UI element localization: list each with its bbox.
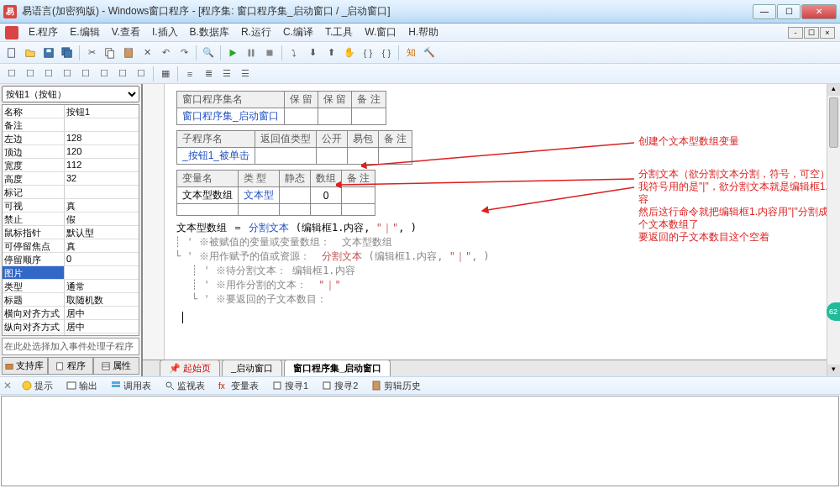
prop-row[interactable]: 鼠标指针默认型 (3, 226, 139, 239)
outtab-vars[interactable]: fx变量表 (215, 378, 262, 394)
prop-row[interactable]: 纵向对齐方式居中 (3, 320, 139, 333)
align3-icon[interactable]: ☰ (218, 66, 235, 82)
breakpoint-icon[interactable]: ✋ (341, 45, 358, 61)
prop-row[interactable]: 顶边120 (3, 145, 139, 159)
minimize-button[interactable]: — (753, 4, 776, 19)
output-panel[interactable] (1, 396, 839, 486)
object-selector[interactable]: 按钮1（按钮） (2, 86, 139, 102)
stepover-icon[interactable]: ⤵ (286, 45, 302, 61)
svg-rect-0 (8, 48, 15, 57)
prop-row[interactable]: 类型通常 (3, 280, 139, 293)
outtab-callstack[interactable]: 调用表 (108, 378, 155, 394)
doctab-start[interactable]: 📌 起始页 (160, 360, 220, 376)
svg-rect-12 (6, 365, 13, 370)
mdi-minimize-button[interactable]: - (788, 27, 803, 39)
outtab-search1[interactable]: 搜寻1 (269, 378, 312, 394)
property-grid[interactable]: 名称按钮1备注左边128顶边120宽度112高度32标记可视真禁止假鼠标指针默认… (2, 104, 139, 336)
prop-row[interactable]: 横向对齐方式居中 (3, 307, 139, 320)
braces-icon[interactable]: { } (360, 45, 376, 61)
new-icon[interactable] (3, 45, 20, 61)
prop-row[interactable]: 禁止假 (3, 213, 139, 226)
stepin-icon[interactable]: ⬇ (304, 45, 321, 61)
run-icon[interactable] (224, 45, 241, 61)
panel3-icon[interactable]: ☐ (40, 66, 57, 82)
side-badge[interactable]: 62 (827, 302, 840, 321)
menu-run[interactable]: R.运行 (236, 24, 276, 41)
prop-row[interactable]: 标记 (3, 186, 139, 199)
outtab-watch[interactable]: 监视表 (161, 378, 208, 394)
undo-icon[interactable]: ↶ (157, 45, 174, 61)
svg-rect-4 (65, 50, 72, 57)
panel7-icon[interactable]: ☐ (114, 66, 131, 82)
tab-support-lib[interactable]: 支持库 (2, 357, 48, 375)
stop-icon[interactable] (261, 45, 278, 61)
maximize-button[interactable]: ☐ (777, 4, 801, 19)
menu-insert[interactable]: I.插入 (147, 24, 183, 41)
output-tabs-bar: ✕ 提示 输出 调用表 监视表 fx变量表 搜寻1 搜寻2 剪辑历史 (0, 376, 840, 395)
save-icon[interactable] (40, 45, 57, 61)
outtab-output[interactable]: 输出 (63, 378, 101, 394)
panel8-icon[interactable]: ☐ (133, 66, 150, 82)
menu-database[interactable]: B.数据库 (185, 24, 234, 41)
copy-icon[interactable] (102, 45, 118, 61)
prop-row[interactable]: 图片 (3, 266, 139, 280)
prop-row[interactable]: 宽度112 (3, 159, 139, 172)
hammer-icon[interactable]: 🔨 (421, 45, 438, 61)
open-icon[interactable] (22, 45, 39, 61)
tab-properties[interactable]: 属性 (93, 357, 139, 375)
pause-icon[interactable] (243, 45, 260, 61)
panel1-icon[interactable]: ☐ (3, 66, 20, 82)
code-line-assign[interactable]: 文本型数组 ＝ 分割文本 (编辑框1.内容, "｜", ) (176, 221, 833, 235)
prop-row[interactable]: 名称按钮1 (3, 105, 139, 118)
vertical-scrollbar[interactable]: ▴ ▾ (827, 84, 840, 376)
cut-icon[interactable]: ✂ (83, 45, 100, 61)
code-comment-4: ┊ ' ※用作分割的文本： "｜" (192, 278, 833, 292)
event-selector-hint[interactable]: 在此处选择加入事件处理子程序 (2, 338, 139, 355)
doctab-window[interactable]: _启动窗口 (222, 360, 282, 376)
menu-tools[interactable]: T.工具 (320, 24, 358, 41)
menu-help[interactable]: H.帮助 (403, 24, 444, 41)
menu-edit[interactable]: E.编辑 (65, 24, 104, 41)
prop-row[interactable]: 高度32 (3, 172, 139, 186)
find-icon[interactable]: 🔍 (200, 45, 217, 61)
knowledge-icon[interactable]: 知 (402, 45, 419, 61)
mdi-close-button[interactable]: × (820, 27, 835, 39)
subroutine-table: 子程序名返回值类型公开易包备 注 _按钮1_被单击 (176, 130, 412, 165)
outtab-hint[interactable]: 提示 (18, 378, 56, 394)
prop-row[interactable]: 可停留焦点真 (3, 239, 139, 253)
mdi-restore-button[interactable]: ☐ (804, 27, 819, 39)
code-cursor-line[interactable] (176, 310, 833, 324)
menu-compile[interactable]: C.编译 (278, 24, 318, 41)
menu-bar: E.程序 E.编辑 V.查看 I.插入 B.数据库 R.运行 C.编译 T.工具… (0, 24, 840, 42)
align4-icon[interactable]: ☰ (237, 66, 254, 82)
redo-icon[interactable]: ↷ (176, 45, 192, 61)
saveall-icon[interactable] (59, 45, 76, 61)
prop-row[interactable]: 停留顺序0 (3, 253, 139, 266)
code-editor[interactable]: 窗口程序集名保 留保 留备 注 窗口程序集_启动窗口 子程序名返回值类型公开易包… (143, 84, 840, 376)
paste-icon[interactable] (120, 45, 137, 61)
doctab-assembly[interactable]: 窗口程序集_启动窗口 (284, 360, 391, 376)
panel2-icon[interactable]: ☐ (22, 66, 39, 82)
align2-icon[interactable]: ≣ (200, 66, 217, 82)
delete-icon[interactable]: ✕ (139, 45, 155, 61)
menu-program[interactable]: E.程序 (24, 24, 63, 41)
close-button[interactable]: ✕ (801, 4, 837, 19)
outtab-clip[interactable]: 剪辑历史 (368, 378, 424, 394)
stepout-icon[interactable]: ⬆ (323, 45, 339, 61)
tab-program[interactable]: 程序 (48, 357, 94, 375)
braces2-icon[interactable]: { } (378, 45, 395, 61)
align1-icon[interactable]: ≡ (181, 66, 198, 82)
menu-window[interactable]: W.窗口 (360, 24, 402, 41)
panel6-icon[interactable]: ☐ (96, 66, 113, 82)
menu-view[interactable]: V.查看 (107, 24, 145, 41)
code-comment-3: ┊ ' ※待分割文本： 编辑框1.内容 (192, 264, 833, 278)
panel4-icon[interactable]: ☐ (59, 66, 76, 82)
svg-rect-13 (57, 363, 63, 370)
prop-row[interactable]: 可视真 (3, 199, 139, 213)
outtab-search2[interactable]: 搜寻2 (318, 378, 361, 394)
prop-row[interactable]: 左边128 (3, 132, 139, 145)
panel5-icon[interactable]: ☐ (77, 66, 94, 82)
prop-row[interactable]: 备注 (3, 118, 139, 132)
prop-row[interactable]: 标题取随机数 (3, 293, 139, 307)
grid-icon[interactable]: ▦ (157, 66, 174, 82)
